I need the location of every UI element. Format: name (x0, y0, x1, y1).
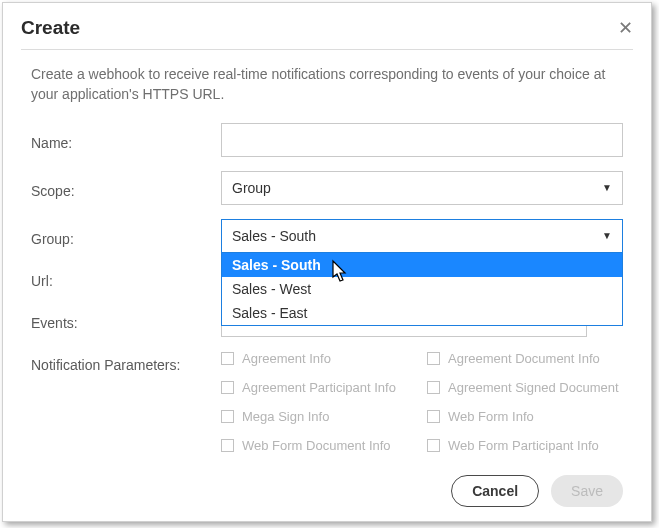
param-label: Agreement Document Info (448, 351, 600, 366)
group-select[interactable]: Sales - South ▼ (221, 219, 623, 253)
save-button[interactable]: Save (551, 475, 623, 507)
group-option-sales-west[interactable]: Sales - West (222, 277, 622, 301)
param-label: Web Form Info (448, 409, 534, 424)
row-group: Group: Sales - South ▼ Sales - South Sal… (31, 219, 623, 253)
dialog-header: Create ✕ (3, 3, 651, 49)
row-scope: Scope: Group ▼ (31, 171, 623, 205)
param-label: Mega Sign Info (242, 409, 329, 424)
label-url: Url: (31, 267, 221, 289)
group-option-sales-south[interactable]: Sales - South (222, 253, 622, 277)
row-notification-params: Notification Parameters: Agreement Info … (31, 351, 623, 453)
row-name: Name: (31, 123, 623, 157)
param-agreement-signed-document[interactable]: Agreement Signed Document (427, 380, 623, 395)
dialog-description: Create a webhook to receive real-time no… (31, 64, 623, 105)
checkbox-icon[interactable] (221, 410, 234, 423)
label-name: Name: (31, 129, 221, 151)
param-web-form-document-info[interactable]: Web Form Document Info (221, 438, 417, 453)
create-webhook-dialog: Create ✕ Create a webhook to receive rea… (2, 2, 652, 522)
checkbox-icon[interactable] (221, 439, 234, 452)
scope-select[interactable]: Group ▼ (221, 171, 623, 205)
param-mega-sign-info[interactable]: Mega Sign Info (221, 409, 417, 424)
param-agreement-document-info[interactable]: Agreement Document Info (427, 351, 623, 366)
checkbox-icon[interactable] (427, 410, 440, 423)
checkbox-icon[interactable] (221, 381, 234, 394)
checkbox-icon[interactable] (427, 439, 440, 452)
param-label: Web Form Document Info (242, 438, 391, 453)
param-label: Web Form Participant Info (448, 438, 599, 453)
param-label: Agreement Participant Info (242, 380, 396, 395)
param-label: Agreement Info (242, 351, 331, 366)
scope-value: Group (232, 180, 271, 196)
param-label: Agreement Signed Document (448, 380, 619, 395)
checkbox-icon[interactable] (221, 352, 234, 365)
param-web-form-info[interactable]: Web Form Info (427, 409, 623, 424)
checkbox-icon[interactable] (427, 381, 440, 394)
cancel-button[interactable]: Cancel (451, 475, 539, 507)
param-agreement-participant-info[interactable]: Agreement Participant Info (221, 380, 417, 395)
param-web-form-participant-info[interactable]: Web Form Participant Info (427, 438, 623, 453)
close-icon[interactable]: ✕ (618, 19, 633, 37)
dialog-footer: Cancel Save (451, 475, 623, 507)
dialog-content: Create a webhook to receive real-time no… (3, 64, 651, 453)
header-divider (21, 49, 633, 50)
group-dropdown: Sales - South Sales - West Sales - East (221, 253, 623, 326)
group-option-sales-east[interactable]: Sales - East (222, 301, 622, 325)
dialog-title: Create (21, 17, 80, 39)
label-scope: Scope: (31, 177, 221, 199)
group-value: Sales - South (232, 228, 316, 244)
caret-down-icon: ▼ (602, 230, 612, 241)
caret-down-icon: ▼ (602, 182, 612, 193)
name-input[interactable] (221, 123, 623, 157)
label-events: Events: (31, 309, 221, 331)
param-agreement-info[interactable]: Agreement Info (221, 351, 417, 366)
label-notification-params: Notification Parameters: (31, 351, 221, 373)
label-group: Group: (31, 225, 221, 247)
notification-params-grid: Agreement Info Agreement Document Info A… (221, 351, 623, 453)
checkbox-icon[interactable] (427, 352, 440, 365)
